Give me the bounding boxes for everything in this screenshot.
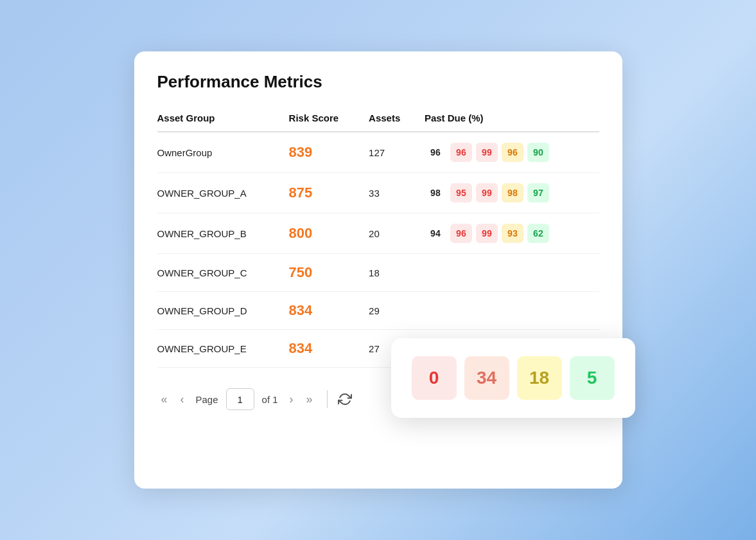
past-due-badge: 99 <box>476 143 498 162</box>
past-due-cell: 9696999690 <box>419 132 599 173</box>
first-page-button[interactable]: « <box>157 390 171 409</box>
risk-score-cell: 834 <box>284 330 364 368</box>
asset-group-cell: OwnerGroup <box>157 132 284 173</box>
table-row: OWNER_GROUP_A875339895999897 <box>157 173 599 213</box>
asset-group-cell: OWNER_GROUP_D <box>157 292 284 330</box>
prev-page-button[interactable]: ‹ <box>177 390 188 409</box>
pagination-divider <box>327 390 328 408</box>
past-due-badge: 94 <box>425 224 446 243</box>
col-risk-score: Risk Score <box>284 105 364 132</box>
table-row: OWNER_GROUP_B800209496999362 <box>157 213 599 254</box>
risk-score-value: 750 <box>289 264 313 280</box>
asset-group-cell: OWNER_GROUP_C <box>157 254 284 292</box>
page-title: Performance Metrics <box>157 72 599 92</box>
past-due-cell: 9496999362 <box>419 213 599 254</box>
assets-cell: 29 <box>364 292 419 330</box>
assets-cell: 127 <box>364 132 419 173</box>
assets-cell: 18 <box>364 254 419 292</box>
past-due-badge: 97 <box>527 183 549 203</box>
risk-score-cell: 800 <box>284 213 364 254</box>
past-due-badge: 96 <box>425 143 446 162</box>
badges-container: 9696999690 <box>425 143 594 162</box>
page-input[interactable] <box>226 388 254 410</box>
past-due-badge: 62 <box>527 224 549 243</box>
risk-score-value: 800 <box>289 225 313 241</box>
past-due-badge: 90 <box>527 143 549 162</box>
tooltip-popup: 034185 <box>391 338 635 418</box>
asset-group-cell: OWNER_GROUP_A <box>157 173 284 213</box>
asset-group-cell: OWNER_GROUP_E <box>157 330 284 368</box>
table-row: OwnerGroup8391279696999690 <box>157 132 599 173</box>
assets-cell: 33 <box>364 173 419 213</box>
col-assets: Assets <box>364 105 419 132</box>
table-row: OWNER_GROUP_C75018 <box>157 254 599 292</box>
past-due-badge: 98 <box>425 183 446 203</box>
risk-score-cell: 750 <box>284 254 364 292</box>
next-page-button[interactable]: › <box>286 390 297 409</box>
risk-score-value: 875 <box>289 184 313 201</box>
main-card: Performance Metrics Asset Group Risk Sco… <box>134 51 622 489</box>
table-row: OWNER_GROUP_D83429 <box>157 292 599 330</box>
past-due-badge: 99 <box>476 224 498 243</box>
asset-group-cell: OWNER_GROUP_B <box>157 213 284 254</box>
tooltip-badge: 34 <box>464 356 509 400</box>
col-asset-group: Asset Group <box>157 105 284 132</box>
past-due-badge: 93 <box>502 224 523 243</box>
past-due-badge: 99 <box>476 183 498 203</box>
refresh-button[interactable] <box>338 392 352 406</box>
last-page-button[interactable]: » <box>303 390 317 409</box>
tooltip-badge: 5 <box>570 356 615 400</box>
risk-score-cell: 839 <box>284 132 364 173</box>
of-label: of 1 <box>262 394 278 405</box>
past-due-badge: 95 <box>450 183 472 203</box>
past-due-cell <box>419 254 599 292</box>
tooltip-badge: 0 <box>412 356 457 400</box>
risk-score-cell: 875 <box>284 173 364 213</box>
past-due-badge: 96 <box>502 143 523 162</box>
past-due-badge: 96 <box>450 143 472 162</box>
past-due-badge: 98 <box>502 183 523 203</box>
past-due-cell: 9895999897 <box>419 173 599 213</box>
risk-score-value: 834 <box>289 302 313 318</box>
col-past-due: Past Due (%) <box>419 105 599 132</box>
badges-container: 9895999897 <box>425 183 594 203</box>
tooltip-badge: 18 <box>517 356 562 400</box>
risk-score-value: 839 <box>289 144 313 160</box>
page-label: Page <box>196 394 218 405</box>
risk-score-cell: 834 <box>284 292 364 330</box>
metrics-table: Asset Group Risk Score Assets Past Due (… <box>157 105 599 368</box>
badges-container: 9496999362 <box>425 224 594 243</box>
assets-cell: 20 <box>364 213 419 254</box>
past-due-cell <box>419 292 599 330</box>
past-due-badge: 96 <box>450 224 472 243</box>
risk-score-value: 834 <box>289 340 313 356</box>
